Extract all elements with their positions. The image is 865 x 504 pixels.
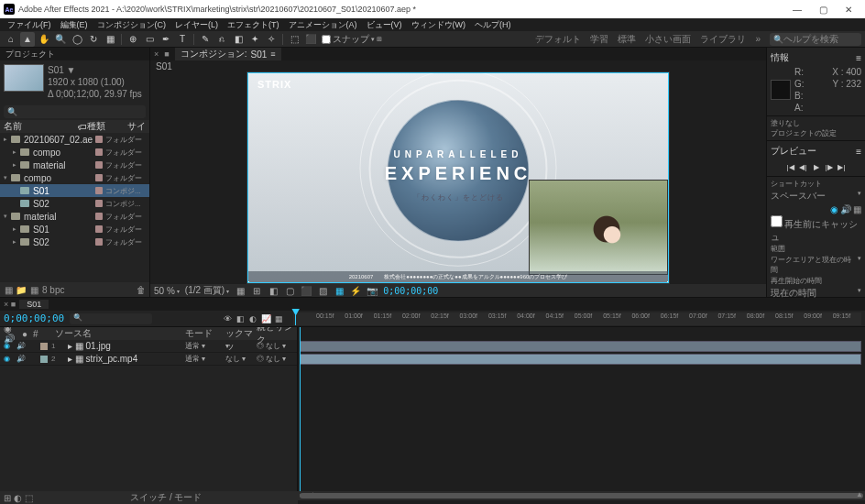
menu-item[interactable]: 編集(E) (57, 19, 92, 31)
first-frame-icon[interactable]: |◀ (785, 161, 796, 172)
tree-row[interactable]: ▾compoフォルダー (0, 171, 149, 184)
menu-item[interactable]: アニメーション(A) (285, 19, 361, 31)
col-source[interactable]: ソース名 (55, 327, 181, 340)
switches-mode-toggle[interactable]: スイッチ / モード (38, 491, 294, 504)
selection-handle[interactable] (247, 281, 249, 283)
rotate-tool-icon[interactable]: ↻ (86, 32, 101, 47)
puppet-tool-icon[interactable]: ✧ (264, 32, 279, 47)
panel-menu-icon[interactable]: ≡ (856, 53, 861, 63)
workspace-more-icon[interactable]: » (755, 34, 761, 44)
graph-icon[interactable]: 📈 (260, 313, 271, 324)
minimize-button[interactable]: — (784, 1, 810, 17)
preview-tab[interactable]: プレビュー (771, 145, 816, 158)
snapshot-icon[interactable]: 📷 (367, 285, 378, 296)
panel-menu-icon[interactable]: ≡ (856, 147, 861, 157)
new-comp-icon[interactable]: ▦ (29, 285, 38, 294)
guides-icon[interactable]: ⊞ (251, 285, 262, 296)
tree-row[interactable]: ▸S02フォルダー (0, 236, 149, 248)
toggle-switches-icon[interactable]: ⊞ ◐ ⬚ (4, 493, 33, 503)
hand-tool-icon[interactable]: ✋ (37, 32, 51, 47)
comp-viewer[interactable]: STRIX UNPARALLELED EXPERIENC 「わくわく」をとどける… (150, 71, 766, 284)
text-tool-icon[interactable]: T (175, 32, 190, 47)
frameblend-icon[interactable]: ◧ (235, 313, 246, 324)
tree-row[interactable]: ▸materialフォルダー (0, 159, 149, 171)
close-button[interactable]: ✕ (836, 1, 861, 17)
info-project-settings[interactable]: プロジェクトの設定 (771, 128, 861, 138)
selection-tool-icon[interactable]: ▲ (20, 32, 35, 47)
snap-checkbox[interactable] (322, 35, 331, 44)
menu-item[interactable]: ウィンドウ(W) (408, 19, 470, 31)
tree-row[interactable]: ▸compoフォルダー (0, 146, 149, 159)
maximize-button[interactable]: ▢ (810, 1, 836, 17)
viewer-time[interactable]: 0;00;00;00 (383, 286, 438, 296)
motionblur-icon[interactable]: ◐ (247, 313, 258, 324)
help-search-input[interactable]: 🔍 ヘルプを検索 (770, 33, 861, 46)
draft-icon[interactable]: ⚡ (350, 285, 361, 296)
draft3d-icon[interactable]: ▦ (273, 313, 284, 324)
mask-icon[interactable]: ◧ (268, 285, 279, 296)
threed-icon[interactable]: ▦ (334, 285, 345, 296)
tree-row[interactable]: ▸S01フォルダー (0, 223, 149, 236)
timeline-zoom-slider[interactable]: ▬ ▲ ▲ (298, 491, 865, 500)
play-icon[interactable]: ▶ (811, 161, 822, 172)
playhead[interactable] (295, 312, 296, 325)
layer-bar[interactable] (300, 354, 861, 365)
selection-handle[interactable] (247, 72, 249, 74)
anchor-tool-icon[interactable]: ⊕ (126, 32, 140, 47)
menu-item[interactable]: エフェクト(T) (224, 19, 283, 31)
menu-item[interactable]: レイヤー(L) (171, 19, 222, 31)
col-name[interactable]: 名前 (4, 120, 78, 133)
zoom-dropdown[interactable]: 50 %▾ (154, 286, 180, 296)
comp-breadcrumb[interactable]: S01 (156, 61, 172, 71)
tree-row[interactable]: ▸20210607_02.aepフォルダー (0, 133, 149, 146)
selection-handle[interactable] (667, 281, 669, 283)
spacebar-label[interactable]: スペースバー (771, 190, 826, 203)
project-tree[interactable]: ▸20210607_02.aepフォルダー▸compoフォルダー▸materia… (0, 133, 149, 282)
channel-icon[interactable]: ⬛ (301, 285, 312, 296)
info-tab[interactable]: 情報 (771, 51, 789, 64)
col-mode[interactable]: モード (185, 327, 222, 340)
eraser-tool-icon[interactable]: ◧ (231, 32, 246, 47)
project-search-input[interactable]: 🔍 (4, 105, 146, 118)
transparency-icon[interactable]: ▨ (317, 285, 328, 296)
workspace-learn[interactable]: 学習 (590, 33, 608, 46)
snap-dropdown-icon[interactable]: ▾ ⊞ (371, 36, 382, 43)
menu-item[interactable]: ビュー(V) (363, 19, 406, 31)
stamp-tool-icon[interactable]: ⎌ (214, 32, 229, 47)
tree-row[interactable]: ▾materialフォルダー (0, 210, 149, 223)
timeline-tracks[interactable] (298, 327, 865, 491)
col-type[interactable]: 種類 (87, 120, 127, 133)
menu-item[interactable]: ファイル(F) (4, 19, 55, 31)
cache-before-checkbox[interactable] (771, 215, 783, 227)
grid-icon[interactable]: ▦ (235, 285, 246, 296)
layer-row[interactable]: ◉🔊2▸ ▦ strix_pc.mp4通常 ▾なし ▾◎ なし ▾ (0, 353, 297, 366)
orbit-tool-icon[interactable]: ◯ (70, 32, 84, 47)
home-icon[interactable]: ⌂ (4, 32, 18, 47)
comp-tab[interactable]: コンポジション: S01≡ (175, 48, 281, 60)
world-axis-icon[interactable]: ⬛ (303, 32, 318, 47)
interpret-icon[interactable]: ▦ (4, 285, 13, 294)
rect-tool-icon[interactable]: ▭ (142, 32, 157, 47)
local-axis-icon[interactable]: ⬚ (287, 32, 301, 47)
layer-bar[interactable] (300, 341, 861, 352)
next-frame-icon[interactable]: |▶ (824, 161, 835, 172)
timeline-search-input[interactable]: 🔍 (70, 313, 152, 324)
trash-icon[interactable]: 🗑 (137, 285, 146, 294)
shy-icon[interactable]: 👁 (222, 313, 233, 324)
include-overlay-icon[interactable]: ▦ (853, 204, 861, 214)
zoom-handle[interactable] (300, 493, 863, 499)
workspace-library[interactable]: ライブラリ (700, 33, 746, 46)
timeline-timecode[interactable]: 0;00;00;00 (4, 312, 64, 324)
selection-handle[interactable] (667, 72, 669, 74)
include-loop-icon[interactable]: ◉ (830, 204, 838, 214)
tree-row[interactable]: S01コンポジ... (0, 184, 149, 197)
last-frame-icon[interactable]: ▶| (837, 161, 848, 172)
tree-row[interactable]: S02コンポジ... (0, 197, 149, 210)
zoom-tool-icon[interactable]: 🔍 (53, 32, 68, 47)
project-tab[interactable]: プロジェクト (0, 48, 149, 60)
workspace-default[interactable]: デフォルト (535, 33, 581, 46)
timeline-tab[interactable]: S01 (19, 300, 49, 309)
range-dropdown[interactable]: ワークエリアと現在の時間 (771, 255, 858, 275)
roto-tool-icon[interactable]: ✦ (247, 32, 262, 47)
include-audio-icon[interactable]: 🔊 (840, 204, 851, 214)
